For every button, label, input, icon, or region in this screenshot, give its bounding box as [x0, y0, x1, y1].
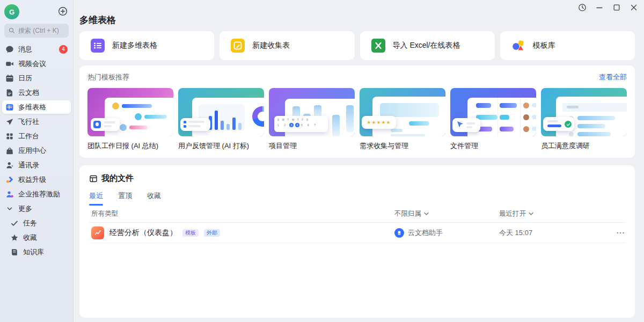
sidebar-item-label: 任务: [23, 218, 37, 228]
checklist-pill: [180, 118, 210, 131]
avatar[interactable]: G: [4, 4, 19, 19]
excel-icon: [371, 39, 385, 53]
template-card-feedback[interactable]: 用户反馈管理 (AI 打标): [178, 88, 264, 151]
tab-recent[interactable]: 最近: [89, 191, 103, 206]
template-card-file-management[interactable]: 文件管理: [450, 88, 536, 151]
maximize-icon[interactable]: [612, 3, 621, 12]
more-actions-icon[interactable]: ⋯: [609, 228, 625, 238]
close-icon[interactable]: [629, 3, 639, 12]
calendar-strip: S M T W T F S 1 2 3 4 5 6 7: [274, 116, 328, 132]
sidebar-item-label: 更多: [18, 204, 32, 214]
template-library-button[interactable]: 模板库: [500, 31, 635, 60]
workplace-grid-icon: [5, 132, 14, 141]
sidebar-top: G: [0, 0, 73, 24]
task-check-icon: [10, 219, 19, 228]
search-input[interactable]: 搜索 (Ctrl + K): [4, 24, 69, 38]
five-stars-icon: ★★★★★: [367, 120, 391, 125]
new-bitable-icon: [91, 39, 105, 53]
sidebar-item-label: 权益升级: [18, 175, 46, 185]
unread-badge: 4: [59, 45, 68, 54]
file-row[interactable]: 经营分析（仪表盘） 模板 外部 云文档助手 今天 15:07 ⋯: [89, 223, 625, 243]
sidebar-item-community[interactable]: 飞行社: [2, 115, 71, 128]
action-label: 新建收集表: [252, 41, 290, 50]
sidebar-item-referral[interactable]: 企业推荐激励: [2, 187, 71, 201]
minimize-icon[interactable]: [595, 3, 604, 12]
external-badge: 外部: [204, 229, 220, 237]
tab-pinned[interactable]: 置顶: [118, 191, 132, 206]
quick-actions: 新建多维表格 新建收集表 导入 Excel/在线表格 模板库: [79, 31, 635, 60]
sidebar-item-more[interactable]: 更多: [2, 202, 71, 215]
template-thumb: ★★★★★: [360, 88, 445, 136]
import-excel-button[interactable]: 导入 Excel/在线表格: [360, 31, 495, 60]
create-plus-icon[interactable]: [57, 6, 68, 17]
search-placeholder: 搜索 (Ctrl + K): [18, 26, 59, 35]
window-controls: [577, 3, 639, 12]
files-table-header: 所有类型 不限归属 最近打开: [89, 206, 625, 223]
filter-sort[interactable]: 最近打开: [499, 209, 609, 218]
template-card-requirements[interactable]: ★★★★★ 需求收集与管理: [360, 88, 445, 151]
sidebar-item-docs[interactable]: 云文档: [2, 86, 71, 99]
message-icon: [5, 45, 14, 54]
bell-icon: [93, 121, 101, 128]
template-library-shapes-icon: [511, 39, 525, 53]
avatar-dot: [112, 103, 119, 109]
new-bitable-button[interactable]: 新建多维表格: [79, 31, 214, 60]
main-area: 多维表格 新建多维表格 新建收集表 导入 Excel/在线表格 模板库: [74, 0, 644, 322]
sidebar-item-messages[interactable]: 消息 4: [2, 42, 71, 56]
sidebar-item-label: 多维表格: [18, 103, 46, 112]
selected-date: 4: [295, 123, 299, 127]
sidebar-item-workplace[interactable]: 工作台: [2, 129, 71, 143]
avatar-dot: [120, 124, 127, 131]
view-all-link[interactable]: 查看全部: [599, 72, 627, 82]
file-name: 经营分析（仪表盘）: [109, 228, 177, 238]
sidebar-item-calendar[interactable]: 日历: [2, 71, 71, 85]
sidebar-item-label: 应用中心: [18, 146, 46, 156]
sidebar: G 搜索 (Ctrl + K) 消息 4 视频会议 日历 云文档: [0, 0, 74, 322]
sidebar-item-contacts[interactable]: 通讯录: [2, 158, 71, 172]
templates-header: 热门模板推荐: [87, 72, 129, 82]
sidebar-item-label: 通讯录: [18, 160, 39, 170]
my-files-panel: 我的文件 最近 置顶 收藏 所有类型 不限归属 最近打开: [79, 165, 635, 318]
template-card-project[interactable]: S M T W T F S 1 2 3 4 5 6 7 项目管理: [269, 88, 355, 151]
my-files-grid-icon: [89, 174, 98, 183]
dashboard-file-icon: [91, 226, 104, 239]
search-icon: [8, 27, 16, 34]
check-circle-icon: [565, 121, 572, 128]
template-card-label: 员工满意度调研: [541, 141, 627, 151]
sidebar-item-app-center[interactable]: 应用中心: [2, 144, 71, 157]
files-tabs: 最近 置顶 收藏: [89, 191, 625, 206]
template-thumb: [541, 88, 627, 136]
sidebar-nav: 消息 4 视频会议 日历 云文档 多维表格 飞行社 工作台 应用中: [0, 42, 73, 259]
chevron-down-icon: [529, 212, 533, 216]
hot-templates-panel: 热门模板推荐 查看全部 团队工作日报 (AI 总结): [79, 65, 635, 158]
template-card-label: 团队工作日报 (AI 总结): [87, 141, 173, 151]
sidebar-item-upgrade[interactable]: 权益升级: [2, 173, 71, 186]
selected-date: 3: [289, 123, 294, 127]
tab-favorites[interactable]: 收藏: [147, 191, 161, 206]
template-thumb: [87, 88, 173, 136]
owner-avatar: [394, 228, 404, 238]
sidebar-item-label: 消息: [18, 45, 32, 54]
sidebar-item-wiki[interactable]: 知识库: [2, 245, 71, 259]
rating-pill: ★★★★★: [362, 116, 396, 129]
star-icon: [10, 233, 19, 242]
avatar-dot: [135, 113, 142, 120]
page-title: 多维表格: [79, 14, 116, 26]
sidebar-item-favorites[interactable]: 收藏: [2, 231, 71, 244]
file-owner: 云文档助手: [394, 228, 499, 238]
sidebar-item-tasks[interactable]: 任务: [2, 216, 71, 230]
new-form-icon: [231, 39, 245, 53]
filter-all-types[interactable]: 所有类型: [89, 209, 394, 218]
template-card-team-daily[interactable]: 团队工作日报 (AI 总结): [87, 88, 173, 151]
sidebar-item-video-meeting[interactable]: 视频会议: [2, 57, 71, 70]
template-card-survey[interactable]: 员工满意度调研: [541, 88, 627, 151]
history-icon[interactable]: [577, 3, 587, 12]
sidebar-item-label: 工作台: [18, 131, 39, 141]
template-thumb: [178, 88, 264, 136]
docs-icon: [5, 89, 14, 97]
sidebar-item-bitable[interactable]: 多维表格: [2, 100, 71, 114]
new-form-button[interactable]: 新建收集表: [219, 31, 354, 60]
template-thumb: S M T W T F S 1 2 3 4 5 6 7: [269, 88, 355, 136]
filter-owner[interactable]: 不限归属: [394, 209, 499, 218]
sidebar-item-label: 视频会议: [18, 59, 46, 69]
